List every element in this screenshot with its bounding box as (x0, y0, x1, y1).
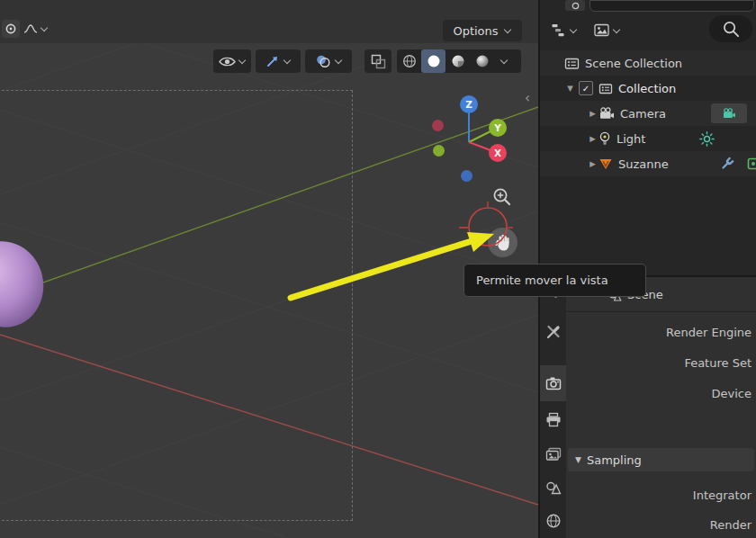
overlays-icon (315, 54, 331, 68)
mesh-data-badge[interactable] (747, 157, 756, 173)
tab-scene-properties[interactable] (544, 480, 562, 497)
outliner-label: Light (616, 132, 645, 146)
wireframe-sphere-icon (402, 54, 417, 68)
tab-output-properties[interactable] (544, 411, 562, 428)
gizmo-z-axis-ball[interactable]: Z (460, 95, 478, 113)
properties-tab-strip (540, 277, 566, 538)
outliner-row-scene-collection[interactable]: Scene Collection (540, 50, 756, 76)
outliner-row-collection[interactable]: ▼ ✓ Collection (540, 76, 756, 101)
outliner-tree: Scene Collection ▼ ✓ Collection ▶ (540, 50, 756, 176)
chevron-down-icon (40, 24, 49, 33)
3d-viewport[interactable]: Options (0, 0, 538, 538)
feature-set-label: Feature Set (572, 356, 752, 370)
chevron-down-icon (569, 26, 578, 35)
shading-mode-group (397, 49, 521, 73)
gizmo-x-label: X (494, 148, 501, 158)
shading-options-dropdown[interactable] (494, 49, 514, 73)
options-button[interactable]: Options (443, 20, 522, 41)
sampling-label: Sampling (587, 453, 642, 467)
options-label: Options (453, 24, 498, 38)
gizmos-dropdown[interactable] (256, 49, 301, 73)
tab-tool-properties[interactable] (544, 323, 562, 340)
tab-world-properties[interactable] (544, 512, 562, 529)
outliner-label: Scene Collection (585, 57, 682, 70)
tooltip-text: Permite mover la vista (476, 273, 608, 287)
sidebar-toggle-arrow[interactable]: ‹ (525, 90, 530, 106)
modifier-badge[interactable] (720, 157, 734, 174)
shading-solid-button[interactable] (421, 49, 446, 73)
topbar-partial-button[interactable] (565, 0, 585, 11)
chevron-down-icon (500, 57, 508, 66)
outliner-label: Collection (618, 82, 676, 95)
outliner-search-button[interactable] (709, 15, 752, 42)
outliner-row-light[interactable]: ▶ Light (540, 126, 756, 151)
chevron-down-icon (334, 57, 343, 66)
outliner-display-mode-dropdown[interactable] (589, 19, 626, 41)
material-sphere-icon (451, 54, 465, 68)
active-tool-button[interactable] (2, 20, 20, 38)
outliner-filter-dropdown[interactable] (545, 19, 583, 41)
mesh-data-icon (747, 157, 756, 170)
gizmo-y-axis-ball[interactable]: Y (489, 119, 507, 137)
tab-view-layer-properties[interactable] (544, 445, 562, 462)
shading-rendered-button[interactable] (470, 49, 494, 73)
chevron-down-icon (283, 57, 292, 66)
gizmo-z-label: Z (465, 99, 472, 110)
gizmo-x-axis-ball[interactable]: X (489, 144, 507, 162)
outliner-row-suzanne[interactable]: ▶ Suzanne (540, 151, 756, 176)
annotation-circle (459, 200, 518, 257)
rendered-sphere-icon (475, 54, 490, 68)
render-engine-label: Render Engine (572, 326, 752, 339)
xray-icon (371, 54, 386, 69)
collection-checkbox[interactable]: ✓ (579, 81, 593, 95)
disclosure-down-icon: ▼ (575, 455, 581, 464)
camera-object-icon (598, 107, 615, 120)
shading-wireframe-button[interactable] (397, 49, 421, 73)
image-icon (594, 23, 609, 37)
camera-frame-border (0, 90, 353, 521)
sun-icon (699, 131, 715, 147)
xray-toggle[interactable] (364, 49, 392, 73)
collection-icon (598, 82, 613, 94)
overlays-dropdown[interactable] (305, 49, 352, 73)
light-data-badge[interactable] (699, 131, 715, 149)
gizmo-y-label: Y (494, 122, 501, 133)
scene-collection-icon (564, 57, 580, 70)
disclosure-down-icon[interactable]: ▼ (564, 84, 576, 93)
gizmo-negative-z-ball[interactable] (461, 170, 472, 182)
properties-editor: Scene Render Engine Feature Set Device ▼… (540, 275, 756, 538)
tree-list-icon (551, 22, 566, 38)
mesh-object-icon (598, 157, 613, 170)
tooltip: Permite mover la vista (464, 264, 646, 297)
suzanne-mesh[interactable] (0, 239, 50, 329)
falloff-dropdown[interactable] (23, 20, 61, 38)
topbar-partial-field[interactable] (590, 0, 754, 12)
navigation-gizmo[interactable]: Z Y X (423, 90, 522, 189)
disclosure-right-icon[interactable]: ▶ (587, 109, 598, 118)
outliner-row-camera[interactable]: ▶ Camera (540, 101, 756, 126)
tab-render-properties-active[interactable] (540, 365, 566, 401)
disclosure-right-icon[interactable]: ▶ (587, 134, 598, 143)
gizmo-negative-x-ball[interactable] (432, 120, 444, 131)
chevron-down-icon (503, 26, 512, 35)
gizmo-negative-y-ball[interactable] (433, 145, 445, 157)
shading-material-button[interactable] (446, 49, 470, 73)
outliner-label: Camera (620, 107, 666, 121)
viewport-header: Options (0, 0, 538, 43)
visibility-dropdown[interactable] (213, 49, 251, 73)
solid-sphere-icon (427, 54, 441, 68)
properties-content: Scene Render Engine Feature Set Device ▼… (566, 277, 756, 538)
search-icon (722, 20, 741, 39)
camera-data-icon (722, 108, 736, 119)
blender-window: Options (0, 0, 756, 538)
sampling-panel-header[interactable]: ▼ Sampling (568, 448, 754, 471)
render-label: Render (572, 518, 752, 532)
integrator-label: Integrator (572, 489, 752, 502)
gizmo-arrow-icon (266, 54, 280, 68)
outliner-label: Suzanne (618, 157, 669, 171)
eye-icon (219, 56, 236, 67)
wrench-icon (720, 157, 734, 171)
chevron-down-icon (238, 57, 247, 66)
camera-data-badge[interactable] (711, 103, 747, 123)
disclosure-right-icon[interactable]: ▶ (587, 159, 598, 168)
